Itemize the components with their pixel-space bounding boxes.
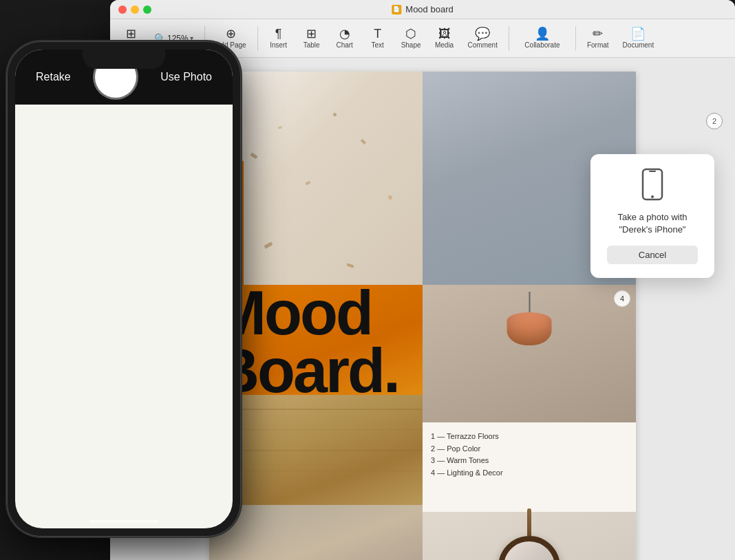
home-indicator: [89, 520, 158, 523]
insert-label: Insert: [270, 41, 287, 49]
pendant-cord: [529, 292, 530, 312]
mirror-strap: [527, 508, 531, 536]
collaborate-button[interactable]: 👤 Collaborate: [515, 22, 570, 55]
shape-label: Shape: [401, 41, 421, 49]
comment-icon: 💬: [475, 28, 490, 40]
document-page: 1: [209, 72, 636, 560]
toolbar-divider-4: [575, 26, 576, 51]
bottom-section: Mood Board. 4: [209, 285, 636, 560]
list-item-4: 4 — Lighting & Decor: [431, 467, 628, 480]
iphone-photo-popup: Take a photo with"Derek's iPhone" Cancel: [590, 154, 714, 278]
iphone-screen: Retake Use Photo: [15, 50, 233, 528]
shape-button[interactable]: ⬡ Shape: [396, 22, 427, 55]
media-button[interactable]: 🖼 Media: [429, 22, 460, 55]
chart-button[interactable]: ◔ Chart: [330, 22, 360, 55]
table-label: Table: [303, 41, 320, 49]
media-icon: 🖼: [438, 28, 451, 40]
terrazzo-dot: [305, 181, 310, 186]
terrazzo-dot: [264, 241, 273, 248]
document-label: Document: [623, 41, 654, 49]
mirror-area: [423, 512, 636, 560]
collaborate-label: Collaborate: [524, 41, 560, 49]
format-icon: ✏: [593, 28, 603, 40]
page-badge-2: 2: [706, 113, 723, 129]
mirror-circle: [498, 536, 560, 560]
insert-icon: ¶: [275, 28, 282, 40]
pendant-area: 4: [423, 285, 636, 422]
iphone-overlay: Retake Use Photo: [0, 0, 255, 560]
comment-button[interactable]: 💬 Comment: [462, 22, 503, 55]
comment-label: Comment: [468, 41, 498, 49]
iphone-notch: [83, 50, 165, 69]
pendant-shade: [507, 312, 552, 345]
chart-icon: ◔: [339, 28, 350, 40]
toolbar-divider-2: [257, 26, 258, 51]
terrazzo-dot: [361, 139, 366, 144]
list-item-2: 2 — Pop Color: [431, 443, 628, 455]
format-button[interactable]: ✏ Format: [582, 22, 615, 55]
terrazzo-dot: [388, 195, 392, 200]
shape-icon: ⬡: [405, 28, 416, 40]
document-icon: 📄: [630, 28, 646, 40]
iphone-frame: Retake Use Photo: [7, 41, 241, 537]
popup-text: Take a photo with"Derek's iPhone": [607, 211, 698, 236]
document-icon: 📄: [392, 5, 401, 14]
pendant-lamp: [507, 292, 552, 345]
chart-label: Chart: [336, 41, 352, 49]
toolbar-divider-3: [509, 26, 509, 51]
bottom-right-images: 4 1 — Terrazzo Floors 2 — Pop Color: [423, 285, 636, 560]
text-label: Text: [371, 41, 383, 49]
svg-rect-0: [643, 169, 662, 200]
use-photo-button[interactable]: Use Photo: [160, 71, 212, 83]
terrazzo-dot: [333, 113, 337, 116]
table-button[interactable]: ⊞ Table: [297, 22, 327, 55]
media-label: Media: [435, 41, 454, 49]
list-item-1: 1 — Terrazzo Floors: [431, 431, 628, 443]
insert-button[interactable]: ¶ Insert: [264, 22, 294, 55]
cancel-button[interactable]: Cancel: [607, 246, 698, 264]
svg-rect-1: [649, 171, 656, 172]
items-list: 1 — Terrazzo Floors 2 — Pop Color 3 — Wa…: [423, 422, 636, 512]
mirror-visual: [498, 508, 560, 560]
title-text: Mood board: [405, 4, 453, 14]
iphone-popup-icon: [607, 168, 698, 206]
collaborate-icon: 👤: [535, 28, 550, 40]
table-icon: ⊞: [306, 28, 317, 40]
retake-button[interactable]: Retake: [36, 71, 71, 83]
terrazzo-dot: [347, 263, 354, 268]
terrazzo-dot: [278, 126, 283, 129]
phone-icon: [641, 168, 663, 201]
page-badge-4: 4: [614, 290, 630, 307]
document-button[interactable]: 📄 Document: [617, 22, 660, 55]
format-label: Format: [587, 41, 609, 49]
list-item-3: 3 — Warm Tones: [431, 455, 628, 467]
svg-point-2: [651, 195, 654, 198]
text-button[interactable]: T Text: [363, 22, 393, 55]
text-icon: T: [374, 28, 381, 40]
window-title: 📄 Mood board: [392, 4, 453, 14]
